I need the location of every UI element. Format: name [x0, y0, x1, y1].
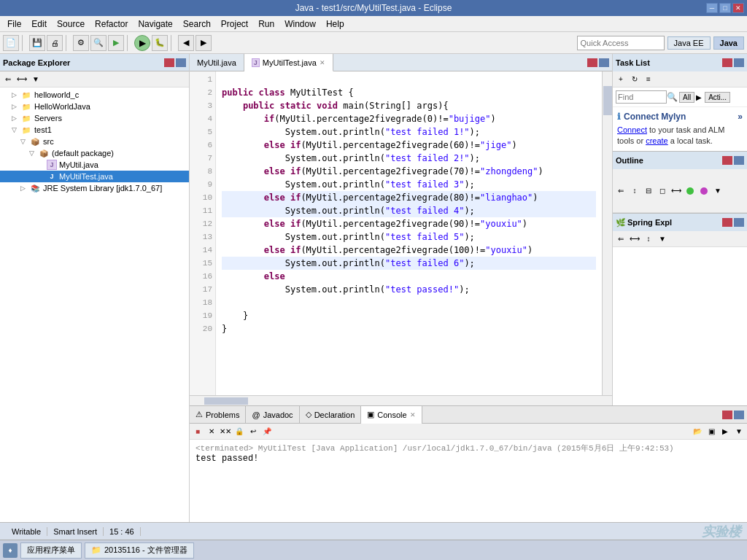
save-button[interactable]: 💾: [29, 35, 45, 51]
scrollbar-thumb[interactable]: [603, 86, 612, 115]
spring-link-button[interactable]: ⟷: [628, 233, 641, 246]
tree-item-servers[interactable]: ▷ 📁 Servers: [0, 112, 189, 124]
spring-sort-button[interactable]: ↕: [642, 233, 655, 246]
filter-active[interactable]: Acti...: [705, 92, 730, 103]
menu-edit[interactable]: Edit: [27, 18, 51, 31]
spring-menu-button[interactable]: ▼: [656, 233, 669, 246]
console-display-button[interactable]: ▣: [705, 425, 718, 438]
outline-minimize-button[interactable]: [722, 156, 732, 165]
taskbar-file-manager[interactable]: 📁 20135116 - 文件管理器: [85, 542, 194, 559]
minimize-button[interactable]: ─: [706, 3, 718, 13]
tree-item-helloworldjava[interactable]: ▷ 📁 HelloWorldJava: [0, 101, 189, 112]
spring-minimize-button[interactable]: [722, 218, 732, 227]
menu-refactor[interactable]: Refactor: [90, 18, 132, 31]
menu-source[interactable]: Source: [53, 18, 89, 31]
code-line-1: [222, 73, 596, 86]
console-open-file-button[interactable]: 📂: [691, 425, 704, 438]
horizontal-scrollbar[interactable]: [190, 395, 612, 405]
tree-item-myutil[interactable]: ▷ J MyUtil.java: [0, 159, 189, 171]
tab-close-icon[interactable]: ✕: [320, 59, 325, 66]
console-next-button[interactable]: ▶: [719, 425, 732, 438]
close-button[interactable]: ✕: [732, 3, 744, 13]
refactor-button[interactable]: ⚙: [73, 35, 89, 51]
tree-item-default-package[interactable]: ▽ 📦 (default package): [0, 147, 189, 159]
pkg-minimize-button[interactable]: [164, 58, 174, 67]
tree-item-jre[interactable]: ▷ 📚 JRE System Library [jdk1.7.0_67]: [0, 182, 189, 194]
outline-maximize-button[interactable]: [734, 156, 744, 165]
navigate-back[interactable]: ◀: [178, 35, 194, 51]
main-content: Package Explorer ⇐ ⟷ ▼ ▷ 📁 helloworld_c …: [0, 54, 747, 522]
menu-project[interactable]: Project: [217, 18, 252, 31]
tab-myutiltest[interactable]: J MyUtilTest.java ✕: [244, 54, 333, 71]
outline-hide-button[interactable]: ◻: [656, 184, 669, 198]
console-terminate-button[interactable]: ■: [191, 425, 204, 438]
code-line-9: System.out.println("test failed 3");: [222, 178, 596, 191]
vertical-scrollbar[interactable]: [602, 71, 612, 395]
outline-collapse-button[interactable]: ⇐: [614, 184, 627, 198]
print-button[interactable]: 🖨: [47, 35, 63, 51]
menu-run[interactable]: Run: [254, 18, 279, 31]
new-button[interactable]: 📄: [3, 35, 19, 51]
console-remove-button[interactable]: ✕✕: [219, 425, 232, 438]
create-link[interactable]: create: [646, 136, 668, 145]
console-word-wrap-button[interactable]: ↩: [247, 425, 260, 438]
task-add-button[interactable]: +: [614, 73, 627, 86]
tab-console[interactable]: ▣ Console ✕: [361, 406, 422, 424]
console-close-icon[interactable]: ✕: [410, 411, 416, 419]
outline-link-button[interactable]: ⟷: [670, 184, 683, 198]
console-clear-button[interactable]: ✕: [205, 425, 218, 438]
console-pin-button[interactable]: 📌: [260, 425, 274, 438]
editor-minimize-button[interactable]: [587, 58, 597, 67]
tab-declaration[interactable]: ◇ Declaration: [300, 406, 362, 424]
tab-javadoc[interactable]: @ Javadoc: [246, 406, 299, 424]
editor-maximize-button[interactable]: [599, 58, 609, 67]
java-ee-perspective[interactable]: Java EE: [667, 36, 711, 50]
tab-problems[interactable]: ⚠ Problems: [190, 406, 246, 424]
menu-window[interactable]: Window: [280, 18, 320, 31]
java-perspective[interactable]: Java: [713, 36, 744, 50]
task-find-input[interactable]: [616, 90, 667, 104]
task-collapse-button[interactable]: ≡: [642, 73, 655, 86]
tab-myutil[interactable]: MyUtil.java: [190, 54, 244, 71]
collapse-all-button[interactable]: ⇐: [1, 73, 15, 86]
run-button[interactable]: ▶: [134, 35, 150, 51]
tree-item-src[interactable]: ▽ 📦 src: [0, 136, 189, 147]
mylyn-expand-icon[interactable]: »: [738, 112, 743, 122]
menu-navigate[interactable]: Navigate: [133, 18, 177, 31]
outline-filter-button[interactable]: ⊟: [642, 184, 655, 198]
tree-item-test1[interactable]: ▽ 📁 test1: [0, 124, 189, 136]
debug-button[interactable]: 🐛: [152, 35, 168, 51]
pkg-maximize-button[interactable]: [176, 58, 186, 67]
quick-access-input[interactable]: [577, 36, 665, 50]
taskbar-app-menu[interactable]: 应用程序菜单: [20, 542, 82, 559]
console-menu-button[interactable]: ▼: [732, 425, 746, 438]
maximize-button[interactable]: □: [719, 3, 731, 13]
task-minimize-button[interactable]: [722, 58, 732, 67]
window-controls[interactable]: ─ □ ✕: [706, 3, 744, 13]
code-editor[interactable]: 12345 678910 1112131415 1617181920 publi…: [190, 71, 612, 395]
task-refresh-button[interactable]: ↻: [628, 73, 641, 86]
pkg-menu-button[interactable]: ▼: [29, 73, 42, 86]
connect-link[interactable]: Connect: [617, 125, 647, 134]
outline-sort-button[interactable]: ↕: [628, 184, 641, 198]
tree-item-helloworld-c[interactable]: ▷ 📁 helloworld_c: [0, 89, 189, 101]
filter-all[interactable]: All: [679, 92, 694, 103]
hscroll-thumb[interactable]: [204, 397, 248, 405]
task-maximize-button[interactable]: [734, 58, 744, 67]
navigate-forward[interactable]: ▶: [196, 35, 212, 51]
link-editor-button[interactable]: ⟷: [15, 73, 28, 86]
console-maximize-button[interactable]: [734, 411, 744, 419]
console-minimize-button[interactable]: [722, 411, 732, 419]
taskbar-system-icon[interactable]: ♦: [3, 543, 18, 558]
menu-search[interactable]: Search: [179, 18, 215, 31]
menu-file[interactable]: File: [3, 18, 26, 31]
tree-item-myutiltest[interactable]: ▷ J MyUtilTest.java: [0, 171, 189, 182]
console-scroll-lock-button[interactable]: 🔒: [233, 425, 246, 438]
spring-maximize-button[interactable]: [734, 218, 744, 227]
spring-collapse-button[interactable]: ⇐: [614, 233, 627, 246]
code-content[interactable]: public class MyUtilTest { public static …: [216, 71, 602, 395]
search-button[interactable]: 🔍: [90, 35, 107, 51]
outline-arrow-down[interactable]: ▼: [711, 184, 724, 198]
menu-help[interactable]: Help: [322, 18, 349, 31]
run-last-button[interactable]: ▶: [108, 35, 124, 51]
